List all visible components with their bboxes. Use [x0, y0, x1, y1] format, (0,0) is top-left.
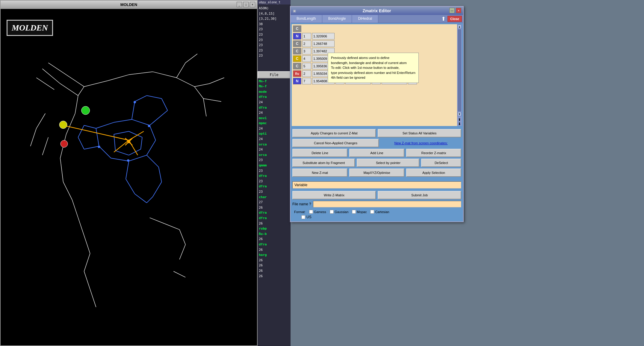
atom-field-6-1[interactable]: 5 [302, 63, 311, 69]
reorder-zmatrix-button[interactable]: Reorder Z-matrix [406, 149, 461, 157]
svg-line-0 [42, 69, 60, 84]
tab-dihedral[interactable]: DiHedral [352, 15, 378, 23]
svg-line-37 [96, 122, 114, 128]
scroll-up-button[interactable] [457, 25, 462, 29]
gaussian-label: Gaussian [335, 210, 348, 214]
submit-job-button[interactable]: Submit Job [378, 191, 461, 199]
new-zmat-button[interactable]: New Z-mat [292, 169, 347, 177]
svg-line-21 [60, 158, 63, 182]
zmatrix-window: ▣ Zmatrix Editor — × BondLength BondAngl… [290, 6, 464, 222]
svg-line-7 [108, 75, 129, 81]
svg-line-33 [173, 271, 185, 277]
apply-selection-button[interactable]: Apply Selection [406, 169, 461, 177]
zmatrix-close-button[interactable]: × [456, 8, 461, 13]
write-zmatrix-button[interactable]: Write Z-Matrix [292, 191, 376, 199]
file-name-label: File name ? [292, 202, 311, 206]
apply-changes-button[interactable]: Apply Changes to current Z-Mat [292, 129, 376, 137]
svg-line-35 [31, 128, 37, 146]
format-us-row: US [292, 215, 461, 220]
svg-line-39 [132, 119, 150, 125]
format-gaussian: Gaussian [330, 210, 348, 214]
file-button-row: Write Z-Matrix Submit Job [292, 191, 461, 199]
select-by-pointer-button[interactable]: Select by pointer [357, 159, 419, 167]
atom-field-7-1[interactable]: 2 [302, 70, 311, 77]
svg-line-40 [150, 125, 156, 140]
svg-line-25 [84, 236, 90, 254]
add-line-button[interactable]: Add Line [349, 149, 404, 157]
close-button-zmatrix[interactable]: Close [448, 16, 462, 22]
gamess-label: Gamess [314, 210, 326, 214]
terminal-header: ubpy_alone_t [258, 0, 291, 4]
svg-line-60 [147, 155, 159, 167]
cartesian-checkbox[interactable] [370, 210, 374, 214]
molden-title: MOLDEN [120, 2, 137, 7]
atom-field-2-1[interactable]: 1 [302, 33, 311, 40]
svg-line-19 [66, 113, 75, 134]
upload-icon[interactable]: ⬆ [441, 16, 446, 22]
svg-point-78 [134, 101, 136, 103]
button-row-3: Delete Line Add Line Reorder Z-matrix [292, 149, 461, 157]
deselect-button[interactable]: DeSelect [421, 159, 461, 167]
svg-line-16 [203, 98, 221, 101]
delete-line-button[interactable]: Delete Line [292, 149, 347, 157]
svg-line-5 [78, 86, 84, 95]
svg-line-53 [135, 95, 147, 101]
gaussian-checkbox[interactable] [330, 210, 334, 214]
molecule-visualization [1, 9, 257, 345]
cancel-changes-button[interactable]: Cancel Non-Applied Changes [292, 139, 379, 147]
atom-rows-area: ⬆ ⬇ C N 1 1.320906 C 2 1.266748 Previous… [292, 24, 462, 126]
substitute-atom-button[interactable]: Substitute atom by Fragment [292, 159, 355, 167]
gamess-checkbox[interactable] [309, 210, 313, 214]
zmatrix-minimize-button[interactable]: — [449, 8, 455, 13]
svg-line-14 [194, 84, 209, 86]
svg-line-50 [115, 151, 129, 155]
new-zmat-screen-link[interactable]: New Z-mat from screen coordinates: [394, 141, 448, 145]
filename-input[interactable] [313, 201, 461, 207]
mopac-checkbox[interactable] [352, 210, 356, 214]
set-status-button[interactable]: Set Status All Variables [378, 129, 461, 137]
svg-line-36 [42, 137, 48, 155]
mopac-label: Mopac [357, 210, 367, 214]
svg-line-62 [153, 182, 162, 197]
format-gamess: Gamess [309, 210, 326, 214]
svg-line-43 [111, 158, 129, 161]
atom-label-5: C [293, 55, 301, 62]
maximize-button[interactable]: □ [243, 2, 249, 7]
close-button[interactable]: × [250, 2, 255, 7]
zmatrix-window-controls[interactable]: — × [449, 8, 461, 13]
us-checkbox[interactable] [301, 215, 305, 219]
svg-line-68 [63, 125, 129, 140]
terminal-content: ASON) [4,8,15] [3,21,30] 38 23 23 23 23 … [258, 4, 291, 279]
molden-canvas: MOLDEN [1, 9, 257, 345]
molden-window-controls[interactable]: _ □ × [237, 2, 255, 7]
atom-field-2-2[interactable]: 1.320906 [312, 33, 335, 40]
variable-label: Variable [294, 183, 307, 187]
svg-line-67 [84, 146, 99, 149]
mapxyz-button[interactable]: MapXYZ/Optimise [349, 169, 404, 177]
cartesian-label: Cartesian [375, 210, 389, 214]
tab-bondangle[interactable]: BondAngle [322, 15, 352, 23]
tab-bondlength[interactable]: BondLength [291, 15, 322, 23]
svg-point-81 [98, 145, 100, 148]
atom-field-4-1[interactable]: 3 [302, 48, 311, 54]
svg-line-45 [96, 128, 99, 146]
svg-line-38 [114, 119, 132, 122]
file-menu-button[interactable]: File [258, 71, 291, 78]
svg-line-27 [84, 271, 90, 289]
svg-line-32 [179, 245, 185, 260]
svg-line-31 [179, 230, 185, 245]
svg-line-69 [114, 140, 129, 152]
minimize-button[interactable]: _ [237, 2, 242, 7]
svg-line-17 [203, 98, 206, 116]
svg-line-2 [36, 78, 54, 90]
atom-field-3-1[interactable]: 2 [302, 40, 311, 47]
right-terminal: ubpy_alone_t File ASON) [4,8,15] [3,21,3… [258, 0, 291, 346]
atom-field-3-2[interactable]: 1.266748 [312, 40, 335, 47]
atom-field-5-1[interactable]: 4 [302, 55, 311, 62]
atom-field-8-1[interactable]: 7 [302, 78, 311, 84]
scroll-down-button[interactable] [457, 112, 462, 116]
atom-label-2: N [293, 33, 301, 40]
button-row-2: Cancel Non-Applied Changes New Z-mat fro… [292, 139, 461, 147]
svg-line-4 [66, 75, 84, 87]
svg-line-61 [159, 167, 162, 182]
